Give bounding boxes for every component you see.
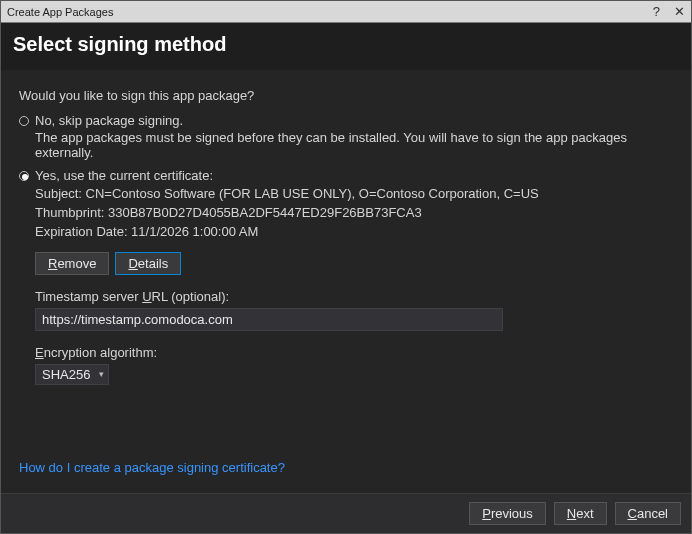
encryption-select[interactable]: SHA256 ▾: [35, 364, 109, 385]
radio-dot-cert: [19, 171, 29, 181]
chevron-down-icon: ▾: [99, 369, 104, 379]
certificate-details: Subject: CN=Contoso Software (FOR LAB US…: [35, 185, 673, 242]
help-icon[interactable]: ?: [653, 4, 660, 19]
radio-cert-label: Yes, use the current certificate:: [35, 168, 673, 183]
dialog-window: Create App Packages ? ✕ Select signing m…: [0, 0, 692, 534]
timestamp-field-group: Timestamp server URL (optional):: [35, 289, 673, 331]
heading-area: Select signing method: [1, 23, 691, 70]
details-button[interactable]: Details: [115, 252, 181, 275]
radio-skip-description: The app packages must be signed before t…: [35, 130, 673, 160]
cert-expiration: Expiration Date: 11/1/2026 1:00:00 AM: [35, 223, 673, 242]
cert-buttons: Remove Details: [35, 252, 673, 275]
titlebar: Create App Packages ? ✕: [1, 1, 691, 23]
help-link[interactable]: How do I create a package signing certif…: [19, 460, 673, 475]
cert-thumbprint: Thumbprint: 330B87B0D27D4055BA2DF5447ED2…: [35, 204, 673, 223]
encryption-label: Encryption algorithm:: [35, 345, 673, 360]
timestamp-label: Timestamp server URL (optional):: [35, 289, 673, 304]
content-area: Would you like to sign this app package?…: [1, 70, 691, 493]
previous-button[interactable]: Previous: [469, 502, 546, 525]
cert-subject: Subject: CN=Contoso Software (FOR LAB US…: [35, 185, 673, 204]
radio-skip-label: No, skip package signing.: [35, 113, 673, 128]
page-title: Select signing method: [13, 33, 679, 56]
prompt-text: Would you like to sign this app package?: [19, 88, 673, 103]
radio-group: No, skip package signing. The app packag…: [19, 113, 673, 393]
timestamp-url-input[interactable]: [35, 308, 503, 331]
radio-use-certificate[interactable]: Yes, use the current certificate: Subjec…: [19, 168, 673, 385]
close-icon[interactable]: ✕: [674, 4, 685, 19]
remove-accel: R: [48, 256, 57, 271]
spacer: [19, 393, 673, 460]
window-title: Create App Packages: [7, 6, 653, 18]
details-text: etails: [138, 256, 168, 271]
cancel-button[interactable]: Cancel: [615, 502, 681, 525]
remove-text: emove: [57, 256, 96, 271]
radio-skip-signing[interactable]: No, skip package signing. The app packag…: [19, 113, 673, 160]
details-accel: D: [128, 256, 137, 271]
radio-dot-skip: [19, 116, 29, 126]
encryption-value: SHA256: [42, 367, 90, 382]
next-button[interactable]: Next: [554, 502, 607, 525]
remove-button[interactable]: Remove: [35, 252, 109, 275]
footer: Previous Next Cancel: [1, 493, 691, 533]
titlebar-icons: ? ✕: [653, 4, 685, 19]
encryption-field-group: Encryption algorithm: SHA256 ▾: [35, 345, 673, 385]
